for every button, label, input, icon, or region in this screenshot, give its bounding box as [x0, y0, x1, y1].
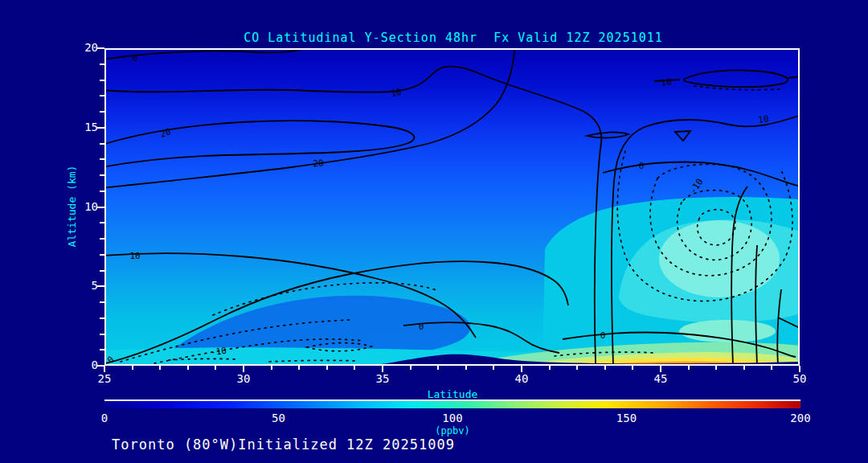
x-tick	[187, 366, 189, 370]
y-tick	[97, 207, 104, 208]
colorbar-tick-label: 200	[780, 412, 821, 424]
y-tick	[100, 158, 104, 160]
y-tick	[100, 95, 104, 96]
x-tick	[298, 366, 300, 370]
contour-cross-section: 010202010100-101000-100	[104, 48, 800, 366]
x-tick	[715, 366, 717, 370]
y-tick	[97, 365, 104, 367]
model-init-label: Toronto (80°W)Initialized 12Z 20251009	[112, 436, 455, 453]
y-tick	[100, 191, 104, 192]
y-tick	[100, 301, 104, 303]
x-tick	[410, 366, 411, 370]
y-tick	[97, 285, 104, 287]
x-tick	[549, 366, 551, 370]
x-tick-label: 35	[366, 372, 399, 385]
y-tick	[100, 222, 104, 223]
y-tick	[97, 127, 104, 129]
co-fill-pale-core	[659, 220, 780, 297]
colorbar-tick-label: 50	[259, 412, 299, 424]
x-tick-label: 45	[645, 372, 677, 385]
colorbar-units: (ppbv)	[372, 425, 533, 436]
contour-label: 0	[600, 330, 606, 341]
x-tick	[688, 366, 690, 370]
y-tick	[100, 270, 104, 272]
x-tick-label: 50	[784, 372, 816, 385]
x-tick	[243, 366, 244, 372]
y-tick	[100, 349, 104, 350]
y-tick-label: 5	[74, 279, 98, 292]
x-tick	[437, 366, 439, 370]
y-tick	[100, 334, 104, 335]
colorbar-tick-label: 150	[607, 412, 647, 424]
y-tick	[100, 318, 104, 319]
y-tick	[100, 111, 104, 113]
contour-label: 10	[390, 87, 403, 99]
colorbar-tick-label: 100	[432, 412, 473, 424]
y-tick	[100, 174, 104, 176]
x-tick	[382, 366, 383, 372]
x-tick-label: 30	[227, 372, 260, 385]
x-tick	[576, 366, 578, 370]
x-tick	[660, 366, 661, 372]
x-tick	[271, 366, 272, 370]
y-tick	[100, 80, 104, 81]
contour-label: 0	[639, 161, 645, 171]
contour-label: 0	[419, 322, 424, 332]
x-tick	[132, 366, 133, 370]
x-tick	[799, 366, 800, 372]
chart-title: CO Latitudinal Y-Section 48hr Fx Valid 1…	[106, 31, 800, 45]
y-tick-label: 15	[74, 121, 98, 133]
contour-label: 20	[313, 158, 324, 169]
x-tick	[743, 366, 745, 370]
x-tick	[771, 366, 772, 370]
y-tick	[100, 143, 104, 145]
x-tick-label: 25	[88, 372, 121, 385]
x-tick	[632, 366, 633, 370]
x-tick	[104, 366, 105, 372]
contour-label: 10	[757, 113, 769, 125]
x-tick	[604, 366, 606, 370]
x-tick	[354, 366, 355, 370]
y-tick	[100, 64, 104, 65]
y-tick	[97, 47, 104, 49]
y-tick	[100, 238, 104, 240]
figure-canvas: CO Latitudinal Y-Section 48hr Fx Valid 1…	[0, 0, 868, 463]
y-tick-label: 10	[74, 200, 98, 213]
colorbar	[104, 399, 800, 408]
contour-label: -10	[210, 346, 227, 359]
x-tick	[493, 366, 494, 370]
x-tick	[521, 366, 522, 372]
x-tick	[215, 366, 216, 370]
x-tick	[465, 366, 467, 370]
y-tick	[100, 254, 104, 256]
plot-area: 010202010100-101000-100	[104, 48, 800, 366]
x-tick	[159, 366, 161, 370]
x-tick-label: 40	[506, 372, 538, 385]
x-tick	[326, 366, 328, 370]
colorbar-tick-label: 0	[84, 412, 125, 424]
y-tick-label: 0	[74, 359, 98, 371]
contour-label: 10	[660, 76, 672, 88]
x-axis-title: Latitude	[346, 388, 559, 400]
contour-label: 10	[129, 251, 140, 261]
y-tick-label: 20	[74, 41, 98, 54]
